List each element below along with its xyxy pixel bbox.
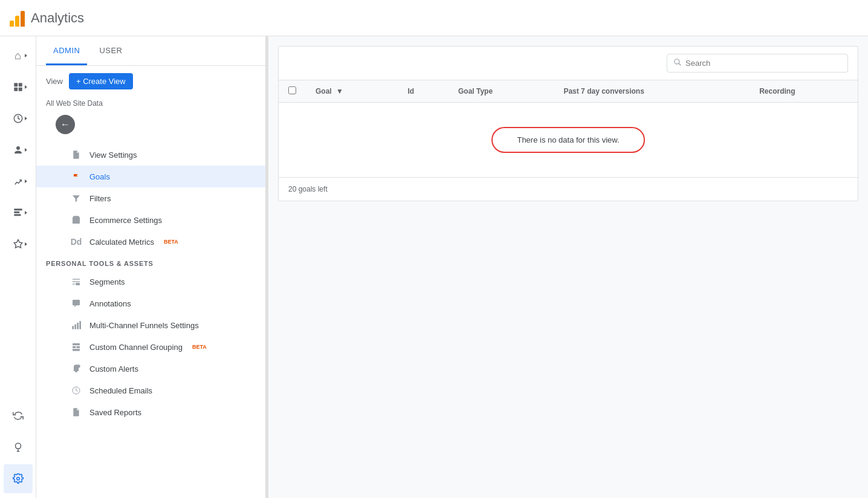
goals-icon	[70, 172, 82, 181]
svg-rect-21	[79, 321, 81, 329]
menu-item-multi-channel[interactable]: Multi-Channel Funnels Settings	[36, 314, 265, 336]
svg-rect-18	[72, 326, 74, 329]
view-settings-icon	[70, 150, 82, 160]
logo-bar-3	[21, 11, 25, 27]
custom-channel-grouping-label: Custom Channel Grouping	[89, 343, 183, 352]
sidebar-item-audience[interactable]	[4, 135, 33, 164]
back-arrow-button[interactable]: ←	[56, 115, 75, 134]
menu-item-custom-alerts[interactable]: Custom Alerts	[36, 358, 265, 380]
svg-rect-22	[73, 343, 80, 345]
svg-rect-8	[14, 214, 21, 216]
svg-marker-17	[74, 305, 76, 307]
calculated-metrics-beta: BETA	[164, 239, 178, 245]
menu-item-calculated-metrics[interactable]: Dd Calculated Metrics BETA	[36, 231, 265, 253]
calculated-metrics-label: Calculated Metrics	[89, 238, 154, 247]
menu-item-saved-reports[interactable]: Saved Reports	[36, 401, 265, 423]
filters-label: Filters	[89, 194, 111, 203]
content-card: Goal ▼ Id Goal Type Past 7 day conversio…	[278, 46, 858, 201]
scheduled-emails-label: Scheduled Emails	[89, 386, 152, 395]
svg-marker-9	[14, 240, 22, 248]
custom-alerts-icon	[70, 364, 82, 373]
svg-line-30	[679, 63, 681, 66]
all-web-site-label: All Web Site Data	[36, 97, 265, 115]
sidebar-item-home[interactable]: ⌂	[4, 41, 33, 70]
annotations-label: Annotations	[89, 299, 131, 308]
annotations-icon	[70, 299, 82, 308]
multi-channel-label: Multi-Channel Funnels Settings	[89, 321, 199, 330]
svg-rect-25	[73, 349, 80, 351]
menu-item-filters[interactable]: Filters	[36, 187, 265, 209]
search-icon	[673, 58, 682, 68]
sidebar-item-realtime[interactable]	[4, 104, 33, 133]
multi-channel-icon	[70, 320, 82, 330]
tab-admin[interactable]: ADMIN	[46, 36, 87, 65]
goals-left: 20 goals left	[279, 177, 858, 201]
goals-table: Goal ▼ Id Goal Type Past 7 day conversio…	[279, 80, 858, 177]
logo: Analytics	[10, 10, 84, 27]
nav-panel: ADMIN USER View + Create View All Web Si…	[36, 36, 266, 498]
logo-bar-1	[10, 21, 14, 27]
table-header-recording: Recording	[750, 80, 858, 103]
view-label: View	[46, 77, 63, 86]
menu-item-goals[interactable]: Goals	[36, 166, 265, 187]
sidebar-item-loop[interactable]	[4, 401, 33, 430]
svg-rect-0	[14, 83, 18, 86]
view-section: View + Create View	[36, 66, 265, 97]
table-header-goal-type: Goal Type	[449, 80, 554, 103]
sidebar-item-behavior[interactable]	[4, 198, 33, 227]
create-view-button[interactable]: + Create View	[69, 73, 133, 89]
menu-item-segments[interactable]: Segments	[36, 271, 265, 293]
no-data-message: There is no data for this view.	[491, 127, 644, 153]
search-input-wrap	[667, 54, 848, 73]
calculated-metrics-icon: Dd	[70, 237, 82, 247]
sidebar-item-conversions[interactable]	[4, 230, 33, 259]
svg-rect-7	[14, 212, 19, 213]
select-all-checkbox[interactable]	[288, 86, 296, 94]
search-bar-row	[279, 47, 858, 80]
main-layout: ⌂	[0, 36, 868, 498]
svg-rect-23	[73, 346, 76, 348]
back-arrow-icon: ←	[60, 119, 70, 130]
search-input[interactable]	[685, 59, 841, 68]
svg-point-5	[16, 146, 20, 150]
custom-alerts-label: Custom Alerts	[89, 364, 138, 373]
svg-rect-19	[74, 325, 76, 329]
icon-sidebar: ⌂	[0, 36, 36, 498]
menu-item-custom-channel-grouping[interactable]: Custom Channel Grouping BETA	[36, 336, 265, 358]
menu-item-view-settings[interactable]: View Settings	[36, 144, 265, 166]
menu-item-ecommerce[interactable]: Ecommerce Settings	[36, 209, 265, 231]
svg-rect-26	[75, 371, 77, 372]
goals-label: Goals	[89, 172, 110, 181]
sidebar-item-lightbulb[interactable]	[4, 433, 33, 462]
table-empty-row: There is no data for this view.	[279, 103, 858, 178]
logo-icon	[10, 10, 25, 27]
svg-rect-15	[76, 283, 80, 285]
custom-channel-grouping-icon	[70, 342, 82, 352]
sort-icon: ▼	[336, 87, 343, 95]
content-area: Goal ▼ Id Goal Type Past 7 day conversio…	[268, 36, 868, 498]
filters-icon	[70, 193, 82, 203]
sidebar-bottom	[4, 401, 33, 498]
sidebar-item-acquisition[interactable]	[4, 167, 33, 196]
table-header-id: Id	[398, 80, 449, 103]
tabs: ADMIN USER	[36, 36, 265, 66]
svg-rect-16	[73, 300, 80, 305]
saved-reports-icon	[70, 407, 82, 417]
header: Analytics	[0, 0, 868, 36]
personal-tools-header: PERSONAL TOOLS & ASSETS	[36, 253, 265, 271]
table-header-goal[interactable]: Goal ▼	[306, 80, 398, 103]
logo-bar-2	[15, 16, 19, 27]
svg-rect-24	[77, 346, 80, 348]
ecommerce-label: Ecommerce Settings	[89, 216, 162, 225]
scheduled-emails-icon	[70, 386, 82, 395]
svg-rect-3	[18, 88, 22, 91]
svg-point-27	[77, 364, 80, 367]
sidebar-item-dashboard[interactable]	[4, 73, 33, 102]
sidebar-item-settings[interactable]	[4, 464, 33, 493]
table-header-past-7-day: Past 7 day conversions	[554, 80, 750, 103]
menu-item-annotations[interactable]: Annotations	[36, 293, 265, 314]
svg-point-11	[16, 477, 19, 480]
tab-user[interactable]: USER	[92, 36, 129, 65]
menu-item-scheduled-emails[interactable]: Scheduled Emails	[36, 380, 265, 401]
svg-rect-2	[14, 88, 18, 91]
